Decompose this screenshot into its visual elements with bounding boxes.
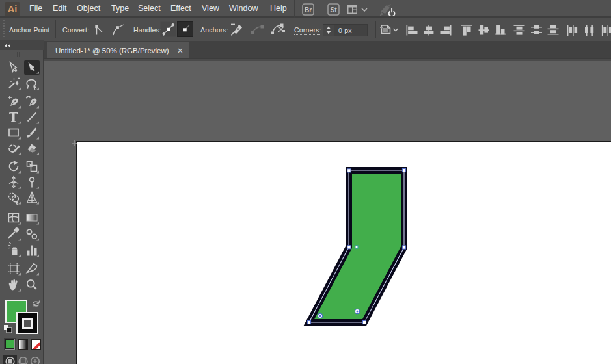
svg-text:Br: Br	[305, 6, 312, 14]
svg-text:Ai: Ai	[8, 4, 18, 14]
svg-text:St: St	[331, 6, 338, 14]
